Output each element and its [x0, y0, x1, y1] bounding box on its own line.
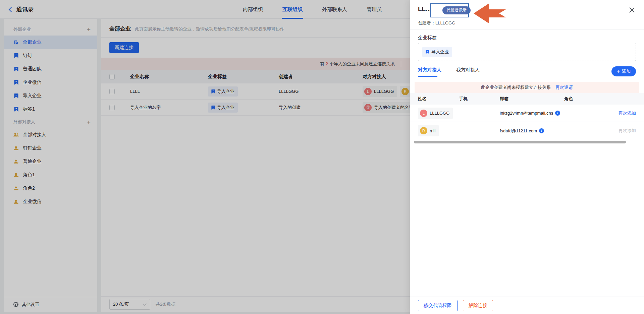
divider [410, 29, 644, 30]
re-add-link-disabled[interactable]: 再次添加 [614, 128, 636, 134]
tab-counterpart-contacts[interactable]: 对方对接人 [418, 67, 441, 77]
col-phone: 手机 [459, 96, 500, 102]
member-chip: LLLLLGGG [418, 108, 453, 119]
app-root: 通讯录 内部组织 互联组织 外部联系人 管理员 外部企业 + 全部企业 钉钉 [0, 0, 644, 314]
company-tag-box[interactable]: 导入企业 [418, 43, 636, 61]
re-add-link[interactable]: 再次添加 [614, 110, 636, 116]
reinvite-link[interactable]: 再次邀请 [555, 84, 573, 90]
member-row[interactable]: Rrrlll fsdafd@11211.com i 再次添加 [410, 122, 644, 139]
horizontal-scrollbar [414, 141, 634, 143]
avatar: R [420, 127, 427, 134]
scrollbar-thumb[interactable] [414, 141, 626, 143]
drawer-creator: 创建者：LLLLGGG [418, 20, 455, 26]
company-tag-label: 企业标签 [418, 35, 437, 41]
member-email: fsdafd@11211.com i [500, 128, 564, 133]
col-name: 姓名 [418, 96, 459, 102]
drawer-tabs: 对方对接人 我方对接人 [418, 67, 480, 77]
col-email: 邮箱 [500, 96, 564, 102]
avatar: L [420, 110, 427, 117]
transfer-managed-permission-button[interactable]: 移交代管权限 [418, 300, 458, 311]
member-row[interactable]: LLLLLGGG inkzg2v4mn@tempmail.cns i 再次添加 [410, 105, 644, 122]
member-chip: Rrrlll [418, 125, 439, 136]
info-icon[interactable]: i [539, 128, 544, 133]
member-email: inkzg2v4mn@tempmail.cns i [500, 111, 564, 116]
auth-notice-text: 此企业创建者尚未授权建立连接关系 [481, 84, 551, 90]
drawer-title: LL... [418, 5, 431, 15]
plus-icon: + [617, 69, 620, 74]
drawer-footer: 移交代管权限 解除连接 [410, 297, 644, 314]
close-icon[interactable] [629, 7, 635, 13]
info-icon[interactable]: i [555, 111, 560, 116]
company-detail-drawer: LL... 代管通讯录 创建者：LLLLGGG 企业标签 导入企业 对方对接人 … [410, 0, 644, 314]
bookmark-icon [426, 50, 429, 54]
member-table-header: 姓名 手机 邮箱 角色 [410, 93, 644, 105]
modal-dim-overlay[interactable] [0, 0, 410, 314]
drawer-auth-notice: 此企业创建者尚未授权建立连接关系 再次邀请 [415, 82, 639, 93]
disconnect-button[interactable]: 解除连接 [463, 300, 493, 311]
col-role: 角色 [564, 96, 614, 102]
company-tag-chip: 导入企业 [422, 47, 452, 57]
managed-addressbook-badge: 代管通讯录 [442, 6, 471, 14]
add-contact-button[interactable]: + 添加 [611, 66, 636, 76]
tab-our-contacts[interactable]: 我方对接人 [456, 67, 480, 77]
